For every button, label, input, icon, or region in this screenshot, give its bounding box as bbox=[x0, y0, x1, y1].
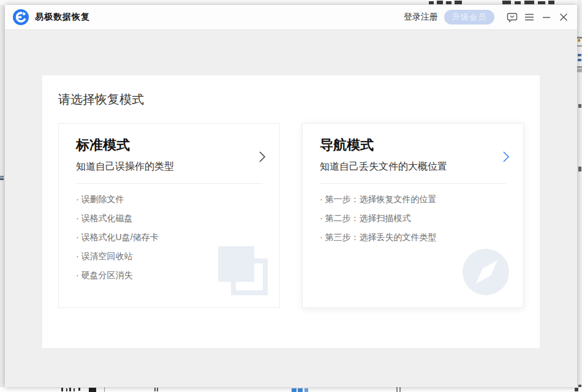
app-title: 易极数据恢复 bbox=[35, 12, 90, 23]
card-title: 标准模式 bbox=[76, 136, 262, 154]
close-icon[interactable] bbox=[558, 12, 569, 23]
menu-icon[interactable] bbox=[524, 12, 535, 23]
card-subtitle: 知道自己丢失文件的大概位置 bbox=[320, 160, 506, 173]
list-item: · 误格式化U盘/储存卡 bbox=[76, 228, 262, 247]
chevron-right-icon[interactable] bbox=[502, 151, 510, 165]
app-logo-icon bbox=[13, 9, 29, 25]
desktop-fragment-left bbox=[0, 176, 4, 178]
recovery-mode-panel: 请选择恢复模式 标准模式 知道自己误操作的类型 · 误删除文件 · 误格式化磁盘 bbox=[42, 75, 540, 348]
login-register-link[interactable]: 登录注册 bbox=[404, 12, 438, 23]
card-subtitle: 知道自己误操作的类型 bbox=[76, 160, 262, 173]
app-window: 易极数据恢复 登录注册 升级会员 bbox=[5, 5, 577, 387]
list-item: · 第二步：选择扫描模式 bbox=[320, 209, 506, 228]
desktop-background-top bbox=[0, 0, 582, 5]
list-item: · 误格式化磁盘 bbox=[76, 209, 262, 228]
feedback-icon[interactable] bbox=[507, 12, 518, 23]
main-content: 请选择恢复模式 标准模式 知道自己误操作的类型 · 误删除文件 · 误格式化磁盘 bbox=[5, 31, 577, 387]
card-standard-mode[interactable]: 标准模式 知道自己误操作的类型 · 误删除文件 · 误格式化磁盘 · 误格式化U… bbox=[58, 123, 280, 308]
mode-cards: 标准模式 知道自己误操作的类型 · 误删除文件 · 误格式化磁盘 · 误格式化U… bbox=[58, 123, 524, 308]
list-item: · 第一步：选择恢复文件的位置 bbox=[320, 190, 506, 209]
desktop-background-right bbox=[577, 0, 582, 392]
card-divider bbox=[320, 183, 506, 184]
minimize-icon[interactable] bbox=[541, 12, 552, 23]
copy-squares-icon bbox=[218, 246, 281, 309]
chevron-right-icon[interactable] bbox=[259, 151, 266, 165]
compass-icon bbox=[463, 249, 509, 295]
card-divider bbox=[76, 183, 262, 184]
card-navigation-mode[interactable]: 导航模式 知道自己丢失文件的大概位置 · 第一步：选择恢复文件的位置 · 第二步… bbox=[302, 123, 524, 308]
desktop-background-bottom bbox=[0, 387, 582, 392]
upgrade-member-button[interactable]: 升级会员 bbox=[444, 10, 494, 24]
card-list: · 第一步：选择恢复文件的位置 · 第二步：选择扫描模式 · 第三步：选择丢失的… bbox=[320, 190, 506, 247]
titlebar: 易极数据恢复 登录注册 升级会员 bbox=[5, 5, 577, 30]
list-item: · 第三步：选择丢失的文件类型 bbox=[320, 228, 506, 247]
desktop-fragment-left2 bbox=[0, 178, 4, 180]
panel-heading: 请选择恢复模式 bbox=[42, 75, 540, 108]
card-title: 导航模式 bbox=[320, 136, 506, 154]
list-item: · 误删除文件 bbox=[76, 190, 262, 209]
titlebar-actions: 登录注册 升级会员 bbox=[404, 10, 569, 24]
